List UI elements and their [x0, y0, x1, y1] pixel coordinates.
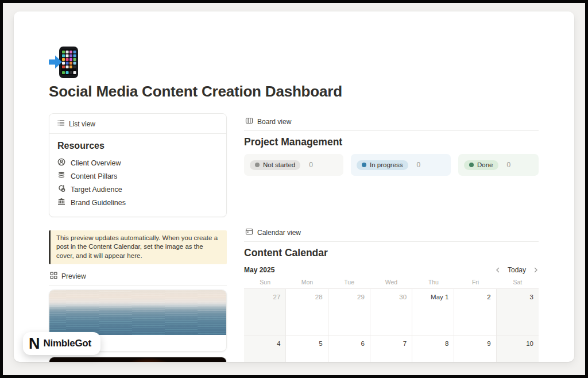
calendar-cell[interactable]: 7 — [370, 335, 412, 362]
calendar-cell[interactable]: 3 — [497, 289, 539, 335]
calendar-cell[interactable]: May 1 — [412, 289, 454, 335]
status-dot — [362, 163, 366, 167]
audience-icon — [57, 184, 65, 194]
calendar-month-label: May 2025 — [244, 266, 274, 274]
tab-list-view-label: List view — [69, 120, 95, 128]
calendar-cell[interactable]: 28 — [286, 289, 328, 335]
resource-item-brand-guidelines[interactable]: Brand Guidelines — [57, 196, 218, 209]
tab-calendar-view[interactable]: Calendar view — [244, 224, 539, 242]
resources-body: Resources Client Overview — [49, 134, 226, 217]
status-label: Done — [477, 161, 493, 168]
calendar-cell[interactable]: 8 — [412, 335, 454, 362]
calendar-nav: Today — [495, 266, 539, 274]
today-button[interactable]: Today — [508, 266, 526, 274]
screenshot-frame: Social Media Content Creation Dashboard — [0, 0, 588, 378]
board-column-not-started: Not started 0 — [244, 154, 343, 176]
status-dot — [255, 163, 260, 167]
calendar-cell[interactable]: 6 — [328, 335, 370, 362]
nimblegot-brand-name: NimbleGot — [44, 338, 91, 349]
resource-item-client-overview[interactable]: Client Overview — [57, 156, 218, 169]
preview-callout: This preview updates automatically. When… — [49, 230, 227, 264]
person-circle-icon — [57, 158, 65, 168]
bank-icon — [57, 198, 65, 207]
tab-preview-label: Preview — [61, 272, 86, 280]
database-icon — [57, 171, 65, 181]
page-header: Social Media Content Creation Dashboard — [14, 11, 574, 101]
calendar-cell[interactable]: 27 — [244, 289, 286, 335]
tab-board-view-label: Board view — [257, 118, 291, 126]
calendar-cell[interactable]: 29 — [328, 289, 370, 335]
fire-photo — [49, 357, 226, 362]
tab-list-view[interactable]: List view — [49, 114, 226, 134]
chevron-left-icon[interactable] — [495, 267, 501, 273]
phone-with-arrow-emoji — [49, 45, 81, 79]
status-label: Not started — [263, 161, 295, 168]
column-count: 0 — [309, 161, 313, 169]
board-columns: Not started 0 In progress 0 — [244, 154, 539, 176]
board-title: Project Management — [244, 136, 539, 148]
gallery-card-fire[interactable] — [49, 357, 227, 362]
status-pill-not-started[interactable]: Not started — [250, 160, 300, 170]
day-header: Sat — [497, 279, 539, 286]
status-pill-done[interactable]: Done — [464, 160, 498, 170]
board-columns-icon — [245, 117, 253, 126]
calendar-grid: 27 28 29 30 May 1 2 3 4 5 6 7 8 9 10 — [244, 288, 539, 362]
day-header: Mon — [286, 279, 328, 286]
resource-item-label: Target Audience — [71, 186, 122, 194]
notion-page: Social Media Content Creation Dashboard — [14, 11, 574, 362]
calendar-cell[interactable]: 9 — [454, 335, 496, 362]
calendar-cell[interactable]: 4 — [244, 335, 286, 362]
list-icon — [57, 119, 65, 129]
tab-calendar-view-label: Calendar view — [257, 229, 301, 237]
calendar-cell[interactable]: 30 — [370, 289, 412, 335]
status-dot — [469, 163, 474, 167]
page-title: Social Media Content Creation Dashboard — [49, 83, 574, 101]
ocean-photo — [49, 290, 226, 335]
resource-item-label: Client Overview — [71, 159, 121, 167]
calendar-cell[interactable]: 5 — [286, 335, 328, 362]
resources-title: Resources — [57, 141, 218, 151]
board-column-done: Done 0 — [458, 154, 539, 176]
page-columns: List view Resources Client Overview — [14, 113, 574, 362]
calendar-title: Content Calendar — [244, 247, 539, 259]
resource-item-label: Content Pillars — [71, 172, 117, 180]
resource-item-content-pillars[interactable]: Content Pillars — [57, 169, 218, 183]
day-header: Wed — [370, 279, 412, 286]
resources-card: List view Resources Client Overview — [49, 113, 227, 217]
right-column: Board view Project Management Not starte… — [244, 113, 539, 362]
day-header: Sun — [244, 279, 286, 286]
left-column: List view Resources Client Overview — [49, 113, 227, 362]
board-column-in-progress: In progress 0 — [351, 154, 451, 176]
nimblegot-brand-badge[interactable]: N NimbleGot — [23, 332, 100, 355]
calendar-day-headers: Sun Mon Tue Wed Thu Fri Sat — [244, 277, 539, 288]
day-header: Fri — [454, 279, 496, 286]
resource-item-target-audience[interactable]: Target Audience — [57, 183, 218, 196]
calendar-cell[interactable]: 10 — [497, 335, 539, 362]
nimblegot-logo-icon: N — [29, 336, 40, 352]
calendar-toolbar: May 2025 Today — [244, 266, 539, 274]
status-label: In progress — [370, 161, 403, 168]
column-count: 0 — [507, 161, 511, 169]
gallery-grid-icon — [50, 272, 57, 281]
status-pill-in-progress[interactable]: In progress — [357, 160, 408, 170]
calendar-icon — [245, 227, 253, 237]
resource-item-label: Brand Guidelines — [71, 199, 126, 207]
tab-board-view[interactable]: Board view — [244, 113, 539, 131]
chevron-right-icon[interactable] — [533, 267, 539, 273]
day-header: Tue — [328, 279, 370, 286]
calendar-cell[interactable]: 2 — [454, 289, 496, 335]
column-count: 0 — [417, 161, 421, 169]
tab-preview[interactable]: Preview — [49, 268, 227, 286]
day-header: Thu — [412, 279, 454, 286]
